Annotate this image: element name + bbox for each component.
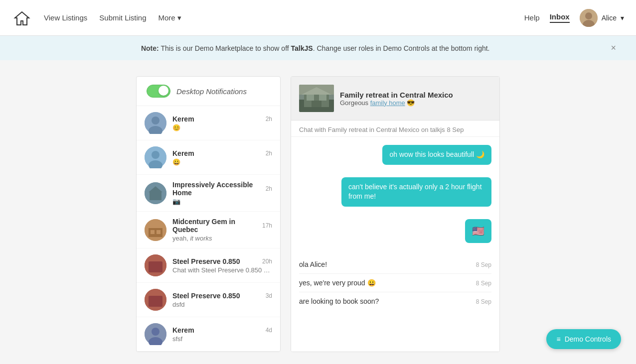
message-row: 🇺🇸 8 Sep ✓✓ — [299, 219, 491, 250]
conv-name: Steel Preserve 0.850 — [172, 292, 240, 300]
conv-name: Impressively Accessible Home — [172, 181, 266, 197]
conv-info: Steel Preserve 0.850 20h Chat with Steel… — [172, 257, 272, 274]
listing-link[interactable]: family home — [370, 99, 405, 107]
message-time: 8 Sep — [476, 298, 491, 305]
listing-thumbnail — [299, 85, 334, 112]
conv-preview: dsfd — [172, 301, 272, 308]
svg-rect-27 — [319, 95, 326, 101]
info-banner: Note: This is our Demo Marketplace to sh… — [0, 36, 636, 60]
divider — [299, 273, 491, 274]
inbox-link[interactable]: Inbox — [550, 12, 570, 23]
message-row: yes, we're very proud 😀 8 Sep — [299, 276, 491, 290]
avatar — [145, 112, 166, 134]
banner-text: Note: This is our Demo Marketplace to sh… — [20, 44, 611, 52]
tick-icon: ✓✓ — [482, 244, 491, 250]
user-name: Alice — [602, 14, 617, 22]
notifications-bar: Desktop Notifications — [137, 77, 280, 106]
conv-time: 2h — [266, 185, 272, 192]
nav-submit-listing[interactable]: Submit Listing — [99, 13, 146, 22]
help-link[interactable]: Help — [524, 13, 540, 22]
logo[interactable] — [12, 8, 32, 28]
avatar — [145, 254, 166, 276]
notifications-label: Desktop Notifications — [176, 87, 247, 96]
conv-preview: 😀 — [172, 158, 272, 166]
listing-desc: Gorgeous family home 😎 — [340, 99, 453, 107]
conv-name: Kerem — [172, 149, 194, 157]
message-time: 8 Sep — [476, 261, 491, 268]
chat-context-bar: Chat with Family retreat in Central Mexi… — [291, 121, 499, 137]
conv-preview: 📷 — [172, 198, 272, 205]
conversation-item[interactable]: Impressively Accessible Home 2h 📷 — [137, 175, 280, 212]
nav-more-label: More — [159, 13, 175, 22]
message-row: oh wow this looks beautifull 🌙 8 Sep ✓✓ — [299, 145, 491, 172]
conversation-list: Kerem 2h 😊 Kerem 2h — [137, 106, 280, 352]
svg-rect-26 — [307, 95, 314, 101]
avatar — [580, 9, 598, 27]
message-time: 8 Sep — [476, 280, 491, 287]
nav-view-listings[interactable]: View Listings — [44, 13, 87, 22]
chevron-down-icon: ▾ — [177, 13, 181, 22]
banner-close-button[interactable]: × — [611, 43, 616, 53]
conv-info: Kerem 2h 😀 — [172, 149, 272, 166]
nav-more-dropdown[interactable]: More ▾ — [159, 13, 181, 22]
conv-preview: sfsf — [172, 335, 272, 343]
conv-time: 4d — [266, 327, 272, 334]
user-menu[interactable]: Alice ▾ — [580, 9, 624, 27]
tick-icon: ✓✓ — [482, 166, 491, 172]
svg-point-4 — [152, 117, 159, 124]
tick-icon: ✓✓ — [482, 208, 491, 214]
listing-desc-pre: Gorgeous — [340, 99, 370, 107]
listing-emoji: 😎 — [407, 99, 415, 107]
conversation-item[interactable]: Kerem 2h 😊 — [137, 106, 280, 140]
conv-info: Kerem 2h 😊 — [172, 115, 272, 131]
banner-note: Note: — [141, 44, 159, 52]
message-bubble: can't believe it's actually only a 2 hou… — [341, 177, 491, 207]
message-row: ola Alice! 8 Sep — [299, 257, 491, 271]
conversation-item[interactable]: Steel Preserve 0.850 20h Chat with Steel… — [137, 248, 280, 283]
listing-title: Family retreat in Central Mexico — [340, 91, 453, 99]
conv-name: Midcentury Gem in Quebec — [172, 218, 262, 234]
listing-header: Family retreat in Central Mexico Gorgeou… — [291, 77, 499, 121]
message-time: 8 Sep ✓✓ — [467, 244, 491, 250]
main-nav: View Listings Submit Listing More ▾ — [44, 13, 524, 22]
conv-name: Kerem — [172, 115, 194, 123]
message-text: oh wow this looks beautifull 🌙 — [389, 150, 484, 158]
conv-time: 3d — [266, 292, 272, 299]
message-row: can't believe it's actually only a 2 hou… — [299, 177, 491, 214]
svg-point-7 — [152, 151, 159, 159]
divider — [299, 292, 491, 292]
banner-body: This is our Demo Marketplace to show off — [160, 44, 291, 52]
conv-time: 17h — [262, 222, 272, 229]
main-content: Desktop Notifications Kerem 2h � — [0, 60, 636, 364]
conversation-item[interactable]: Kerem 4d sfsf — [137, 317, 280, 352]
svg-rect-15 — [157, 230, 160, 234]
conv-info: Steel Preserve 0.850 3d dsfd — [172, 292, 272, 308]
avatar — [145, 146, 166, 168]
message-bubble: oh wow this looks beautifull 🌙 — [382, 145, 491, 165]
svg-rect-14 — [151, 230, 155, 234]
message-text: yes, we're very proud 😀 — [299, 279, 376, 287]
message-text: can't believe it's actually only a 2 hou… — [348, 183, 482, 201]
conv-preview: Chat with Steel Preserve 0.850 o... — [172, 266, 272, 274]
conversation-item[interactable]: Steel Preserve 0.850 3d dsfd — [137, 283, 280, 317]
svg-rect-28 — [312, 101, 321, 107]
chat-panel: Family retreat in Central Mexico Gorgeou… — [291, 76, 500, 352]
svg-rect-19 — [149, 296, 162, 307]
banner-talkjs: TalkJS — [291, 44, 313, 52]
received-messages: ola Alice! 8 Sep yes, we're very proud 😀… — [299, 255, 491, 310]
menu-icon: ≡ — [556, 335, 560, 343]
conv-time: 2h — [266, 150, 272, 157]
conv-preview: yeah, it works — [172, 235, 272, 242]
message-time: 8 Sep ✓✓ — [467, 166, 491, 172]
message-row: are looking to book soon? 8 Sep — [299, 294, 491, 308]
conversation-item[interactable]: Midcentury Gem in Quebec 17h yeah, it wo… — [137, 212, 280, 248]
svg-rect-17 — [149, 261, 162, 272]
message-bubble: 🇺🇸 — [465, 219, 491, 243]
notifications-toggle[interactable] — [147, 85, 170, 98]
demo-controls-button[interactable]: ≡ Demo Controls — [546, 329, 621, 349]
conv-name: Kerem — [172, 326, 194, 334]
conversation-item[interactable]: Kerem 2h 😀 — [137, 140, 280, 175]
svg-rect-10 — [150, 192, 161, 200]
conv-time: 2h — [266, 116, 272, 122]
avatar — [145, 289, 166, 311]
